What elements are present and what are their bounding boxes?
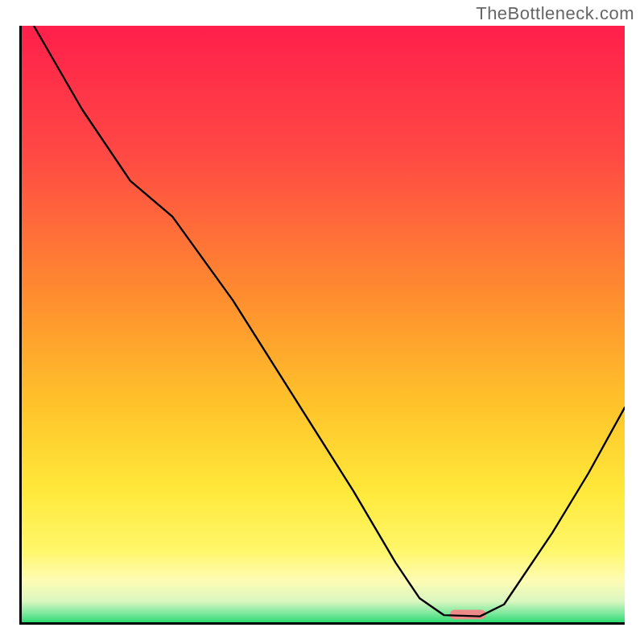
optimal-indicator: [450, 609, 486, 619]
chart-frame: TheBottleneck.com: [0, 0, 644, 644]
plot-svg: [22, 26, 625, 622]
plot-area: [19, 26, 625, 625]
gradient-background: [22, 26, 625, 622]
watermark-text: TheBottleneck.com: [476, 3, 634, 24]
